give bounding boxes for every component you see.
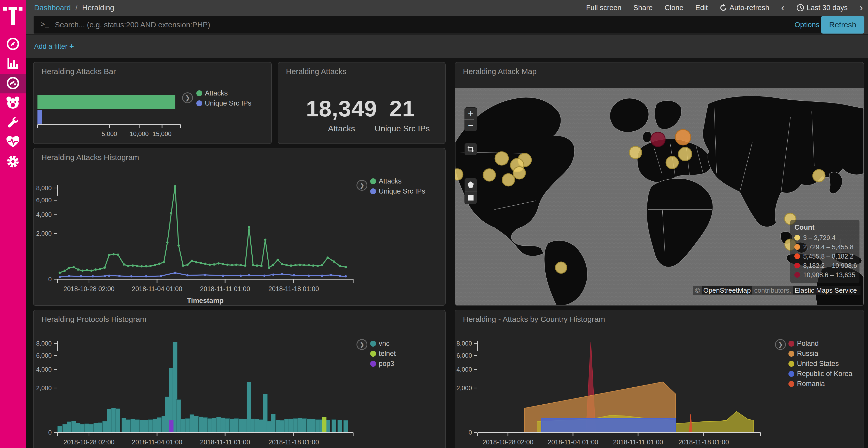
heartbeat-icon [6,136,20,149]
map-attribution: © OpenStreetMap contributors, Elastic Ma… [693,286,861,295]
legend-label: Unique Src IPs [379,187,425,195]
attack-location-dot[interactable] [555,262,567,273]
svg-text:8,000: 8,000 [457,340,472,347]
breadcrumb-dashboard-link[interactable]: Dashboard [34,4,71,12]
clock-icon [797,4,804,12]
panel-heralding-attack-map: Heralding Attack Map + − Count 3 – 2,729… [455,62,864,306]
time-range-picker[interactable]: Last 30 days [797,4,848,12]
svg-text:2018-11-11 01:00: 2018-11-11 01:00 [613,439,663,446]
legend-item-united-states[interactable]: United States [788,359,852,369]
attack-location-dot[interactable] [675,130,691,145]
svg-text:2018-11-04 01:00: 2018-11-04 01:00 [132,285,182,292]
svg-text:15,000: 15,000 [152,130,171,137]
map-rectangle-tool-button[interactable] [464,191,477,204]
clone-button[interactable]: Clone [664,4,683,12]
attack-location-dot[interactable] [629,146,642,159]
time-back-chevron[interactable]: ‹ [781,3,784,13]
legend-item-unique-src-ips[interactable]: Unique Src IPs [196,98,251,108]
attack-location-dot[interactable] [813,170,825,182]
svg-text:2,000: 2,000 [36,230,52,237]
map-zoom-in-button[interactable]: + [464,107,477,119]
svg-text:4,000: 4,000 [36,211,52,218]
svg-text:0: 0 [469,429,472,436]
attack-location-dot[interactable] [678,147,692,161]
legend-toggle-icon[interactable]: ❯ [775,339,786,350]
attack-location-dot[interactable] [513,167,525,179]
legend-item-romania[interactable]: Romania [788,379,852,389]
time-forward-chevron[interactable]: › [860,3,863,13]
legend-item-attacks[interactable]: Attacks [370,176,425,186]
metric-unique-src-ips: 21 Unique Src IPs [369,96,436,133]
attack-location-dot[interactable] [502,174,515,186]
map-legend-item: 10,908.6 – 13,635 [795,270,855,279]
dashboard-actions: Full screen Share Clone Edit Auto-refres… [586,3,863,13]
refresh-button[interactable]: Refresh [821,16,864,34]
map-zoom-out-button[interactable]: − [464,119,477,131]
breadcrumb-current: Heralding [82,4,114,12]
legend-toggle-icon[interactable]: ❯ [356,180,367,191]
edit-button[interactable]: Edit [695,4,708,12]
world-map[interactable]: + − Count 3 – 2,729.42,729.4 – 5,455.85,… [455,88,864,305]
sidebar-item-discover[interactable] [0,35,26,54]
legend-label: Republic of Korea [797,370,852,378]
map-count-legend: Count 3 – 2,729.42,729.4 – 5,455.85,455.… [790,220,860,283]
attack-location-dot[interactable] [495,152,508,165]
bucket-range: 2,729.4 – 5,455.8 [803,243,854,251]
svg-text:4,000: 4,000 [457,366,472,373]
legend-item-telnet[interactable]: telnet [370,349,396,359]
search-input[interactable] [55,21,795,29]
svg-text:0: 0 [48,429,52,436]
breadcrumb-separator: / [73,4,80,12]
share-button[interactable]: Share [633,4,653,12]
sidebar-item-dev-tools[interactable] [0,113,26,133]
legend-label: pop3 [379,360,394,368]
query-options-link[interactable]: Options [795,21,820,29]
attack-location-dot[interactable] [455,169,463,180]
telekom-logo[interactable] [0,4,26,28]
sidebar-item-management[interactable] [0,152,26,172]
legend-toggle-icon[interactable]: ❯ [182,92,193,103]
attack-location-dot[interactable] [483,169,495,181]
sidebar-item-t-pot[interactable] [0,94,26,113]
legend-item-republic-of-korea[interactable]: Republic of Korea [788,369,852,379]
attacks-histogram-chart[interactable]: 02,0004,0006,0008,0002018-10-28 02:00201… [34,148,445,305]
legend-label: vnc [379,340,390,348]
map-legend-item: 5,455.8 – 8,182.2 [795,252,855,261]
legend-item-vnc[interactable]: vnc [370,339,396,349]
osm-link[interactable]: OpenStreetMap [702,286,752,295]
legend-item-attacks[interactable]: Attacks [196,88,251,98]
fullscreen-button[interactable]: Full screen [586,4,622,12]
svg-text:8,000: 8,000 [36,184,52,192]
svg-text:2018-10-28 02:00: 2018-10-28 02:00 [64,439,115,446]
legend-item-pop3[interactable]: pop3 [370,359,396,369]
protocols-histogram-chart[interactable]: 02,0004,0006,0008,0002018-10-28 02:00201… [34,310,445,448]
attack-location-dot[interactable] [651,132,665,146]
map-fit-bounds-button[interactable] [464,143,477,156]
app-sidebar [0,0,26,448]
crop-icon [467,146,474,152]
legend-item-unique-src-ips[interactable]: Unique Src IPs [370,186,425,196]
bucket-color-dot [795,272,800,278]
legend-color-dot [788,361,795,367]
sidebar-item-monitoring[interactable] [0,133,26,152]
sidebar-item-dashboard[interactable] [0,74,26,94]
filter-bar: Add a filter + [26,34,868,58]
legend-color-dot [370,188,376,194]
svg-text:2018-10-28 02:00: 2018-10-28 02:00 [482,439,533,446]
add-filter-link[interactable]: Add a filter + [34,42,74,50]
legend-toggle-icon[interactable]: ❯ [356,339,367,350]
auto-refresh-button[interactable]: Auto-refresh [720,4,769,12]
legend-label: Romania [797,380,825,388]
sidebar-item-visualize[interactable] [0,54,26,74]
ems-link[interactable]: Elastic Maps Service [793,286,859,295]
query-bar: >_ Options [34,16,828,34]
rectangle-icon [468,195,474,201]
svg-text:2018-11-18 01:00: 2018-11-18 01:00 [269,439,319,446]
bucket-color-dot [795,263,800,268]
attack-location-dot[interactable] [666,157,678,169]
svg-text:2018-11-04 01:00: 2018-11-04 01:00 [132,439,182,446]
legend-item-poland[interactable]: Poland [788,339,852,349]
map-polygon-tool-button[interactable] [464,178,477,191]
legend-color-dot [196,90,202,96]
legend-item-russia[interactable]: Russia [788,349,852,359]
